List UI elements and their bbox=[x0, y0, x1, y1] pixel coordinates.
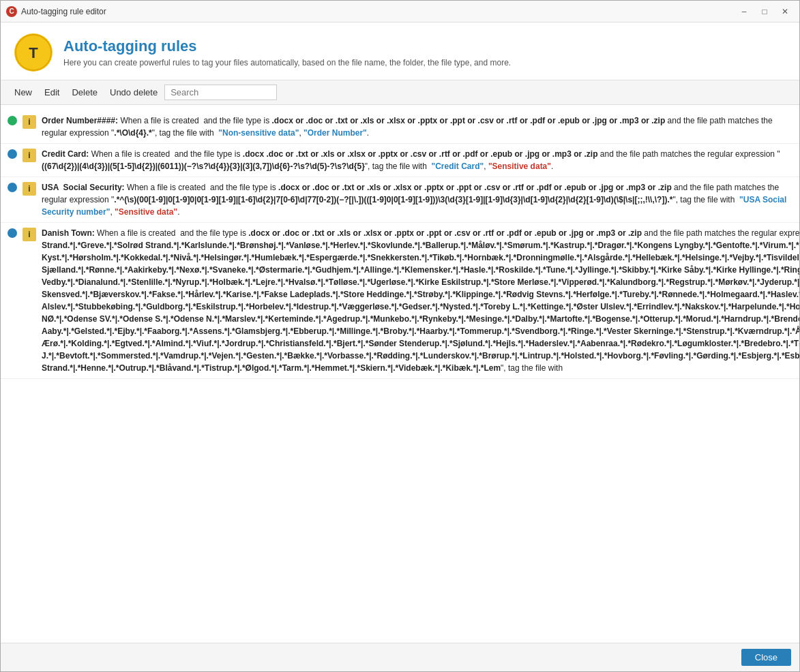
svg-text:T: T bbox=[29, 44, 38, 61]
window-close-button[interactable]: ✕ bbox=[776, 5, 794, 18]
rule-status-indicator bbox=[8, 228, 17, 240]
rule-item: i Credit Card: When a file is created an… bbox=[1, 144, 799, 177]
status-dot-blue bbox=[8, 183, 17, 192]
window-title: Auto-tagging rule editor bbox=[21, 7, 735, 16]
maximize-button[interactable]: □ bbox=[756, 5, 773, 18]
edit-button[interactable]: Edit bbox=[39, 85, 65, 100]
rule-status-indicator bbox=[8, 183, 17, 194]
rule-info-icon: i bbox=[23, 228, 36, 241]
close-button[interactable]: Close bbox=[741, 649, 791, 666]
header-icon: T bbox=[14, 33, 53, 72]
rule-description: USA Social Security: When a file is crea… bbox=[42, 181, 792, 218]
page-title: Auto-tagging rules bbox=[63, 37, 511, 55]
content-area: i Order Number####: When a file is creat… bbox=[1, 105, 799, 643]
undo-delete-button[interactable]: Undo delete bbox=[104, 85, 163, 100]
title-bar: C Auto-tagging rule editor – □ ✕ bbox=[1, 1, 799, 22]
header: T Auto-tagging rules Here you can create… bbox=[1, 22, 799, 80]
toolbar: New Edit Delete Undo delete bbox=[1, 80, 799, 105]
status-dot-blue bbox=[8, 228, 17, 238]
rule-description: Credit Card: When a file is created and … bbox=[42, 148, 792, 172]
window-controls: – □ ✕ bbox=[735, 5, 794, 18]
rule-status-indicator bbox=[8, 116, 17, 127]
rule-description: Order Number####: When a file is created… bbox=[42, 114, 792, 139]
page-subtitle: Here you can create powerful rules to ta… bbox=[63, 58, 511, 67]
rule-info-icon: i bbox=[23, 115, 36, 129]
rule-item: i USA Social Security: When a file is cr… bbox=[1, 177, 799, 223]
search-input[interactable] bbox=[164, 85, 277, 100]
rule-info-icon: i bbox=[23, 182, 36, 196]
rule-status-indicator bbox=[8, 149, 17, 161]
footer: Close bbox=[1, 643, 799, 671]
rule-info-icon: i bbox=[23, 149, 36, 162]
rule-item: i Danish Town: When a file is created an… bbox=[1, 223, 799, 379]
minimize-button[interactable]: – bbox=[735, 5, 753, 18]
status-dot-blue bbox=[8, 149, 17, 159]
delete-button[interactable]: Delete bbox=[66, 85, 103, 100]
main-window: C Auto-tagging rule editor – □ ✕ T Auto-… bbox=[0, 0, 800, 672]
rules-list[interactable]: i Order Number####: When a file is creat… bbox=[1, 105, 799, 643]
header-text-container: Auto-tagging rules Here you can create p… bbox=[63, 37, 511, 67]
app-icon: C bbox=[6, 6, 17, 17]
rule-description: Danish Town: When a file is created and … bbox=[42, 227, 799, 374]
new-button[interactable]: New bbox=[9, 85, 38, 100]
rule-item: i Order Number####: When a file is creat… bbox=[1, 110, 799, 144]
status-dot-green bbox=[8, 116, 17, 125]
